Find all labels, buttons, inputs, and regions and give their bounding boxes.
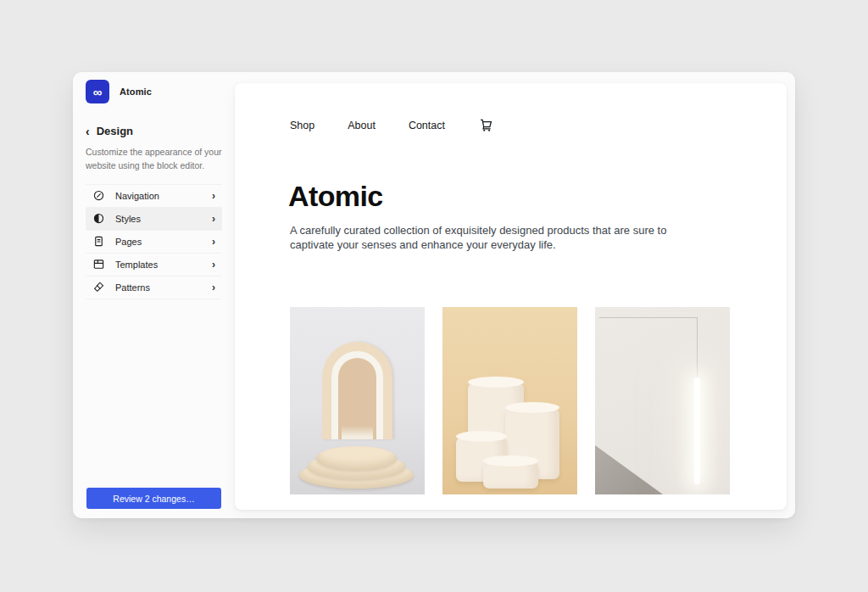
product-image-arch[interactable] [290,307,425,494]
review-changes-button[interactable]: Review 2 changes… [86,488,221,509]
sidebar: ∞ Atomic ‹ Design Customize the appearan… [73,72,235,518]
sidebar-item-templates[interactable]: Templates › [86,254,222,276]
arch-shape [322,342,392,439]
chevron-right-icon: › [212,259,215,271]
chevron-right-icon: › [212,213,215,225]
panel-title: Design [97,125,133,137]
nav-link-shop[interactable]: Shop [290,120,314,131]
shopping-cart-icon[interactable] [478,117,494,133]
light-cord [697,317,698,378]
page-title: Atomic [288,180,383,213]
panel-description: Customize the appearance of your website… [86,145,222,173]
sidebar-item-pages[interactable]: Pages › [86,231,222,254]
nav-link-about[interactable]: About [348,120,376,131]
chevron-right-icon: › [212,190,215,202]
site-hub[interactable]: ∞ Atomic [86,80,222,103]
design-menu: Navigation › Styles › [86,184,222,299]
site-logo[interactable]: ∞ [86,80,109,103]
podium-disc [316,446,397,470]
light-cord [599,317,697,318]
back-button[interactable]: ‹ Design [86,125,222,137]
sidebar-item-navigation[interactable]: Navigation › [86,185,222,208]
site-preview-canvas[interactable]: Shop About Contact Atomic A carefully cu… [235,83,787,510]
light-tube-shape [694,377,700,484]
pages-icon [92,235,105,248]
styles-icon [92,212,105,225]
site-navigation: Shop About Contact [290,117,494,133]
sidebar-item-patterns[interactable]: Patterns › [86,276,222,299]
navigation-icon [92,189,105,202]
site-name: Atomic [120,87,152,97]
sidebar-item-styles[interactable]: Styles › [86,208,222,231]
stair-shadow-shape [595,445,663,494]
templates-icon [92,258,105,271]
chevron-right-icon: › [212,236,215,248]
product-gallery [290,307,730,494]
patterns-icon [92,281,105,293]
cylinder-shape [483,461,538,489]
chevron-left-icon: ‹ [86,126,90,137]
product-image-cylinders[interactable] [442,307,577,494]
page-description: A carefully curated collection of exquis… [290,223,673,253]
nav-link-contact[interactable]: Contact [409,120,445,131]
app-window: ∞ Atomic ‹ Design Customize the appearan… [73,72,795,518]
infinity-icon: ∞ [93,86,103,98]
product-image-light-tube[interactable] [595,307,730,494]
chevron-right-icon: › [212,282,215,293]
